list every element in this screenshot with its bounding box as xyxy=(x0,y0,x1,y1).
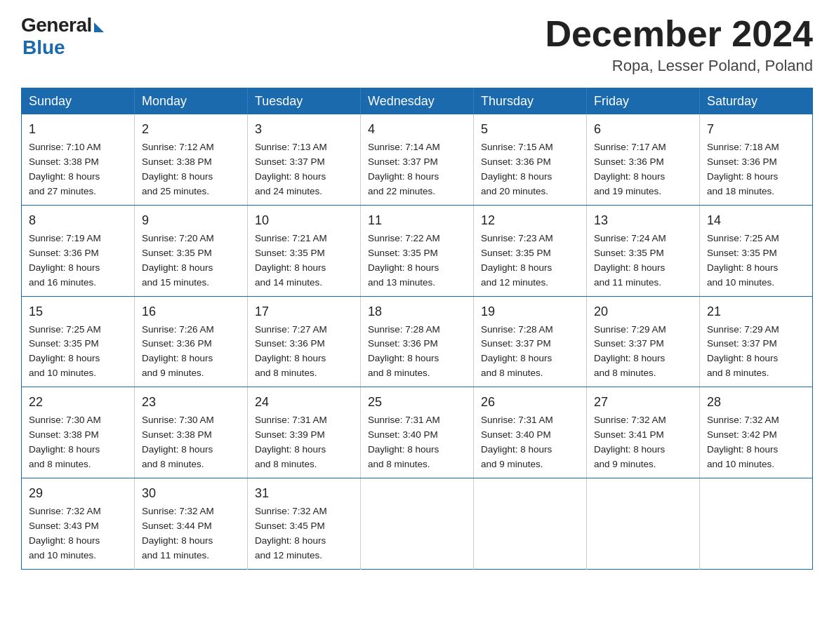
day-details: Sunrise: 7:23 AMSunset: 3:35 PMDaylight:… xyxy=(481,232,579,290)
table-row: 22Sunrise: 7:30 AMSunset: 3:38 PMDayligh… xyxy=(22,387,135,478)
day-number: 8 xyxy=(29,211,127,230)
day-number: 29 xyxy=(29,484,127,503)
day-details: Sunrise: 7:22 AMSunset: 3:35 PMDaylight:… xyxy=(368,232,466,290)
day-details: Sunrise: 7:12 AMSunset: 3:38 PMDaylight:… xyxy=(142,140,240,199)
col-friday: Friday xyxy=(587,88,700,115)
table-row: 7Sunrise: 7:18 AMSunset: 3:36 PMDaylight… xyxy=(700,114,813,205)
table-row: 30Sunrise: 7:32 AMSunset: 3:44 PMDayligh… xyxy=(135,478,248,569)
day-number: 5 xyxy=(481,120,579,139)
day-number: 30 xyxy=(142,484,240,503)
calendar-header-row: Sunday Monday Tuesday Wednesday Thursday… xyxy=(22,88,813,115)
calendar-week-row: 15Sunrise: 7:25 AMSunset: 3:35 PMDayligh… xyxy=(22,296,813,387)
table-row xyxy=(700,478,813,569)
day-number: 26 xyxy=(481,393,579,412)
table-row: 26Sunrise: 7:31 AMSunset: 3:40 PMDayligh… xyxy=(474,387,587,478)
day-number: 12 xyxy=(481,211,579,230)
calendar-week-row: 22Sunrise: 7:30 AMSunset: 3:38 PMDayligh… xyxy=(22,387,813,478)
day-number: 28 xyxy=(707,393,805,412)
table-row: 19Sunrise: 7:28 AMSunset: 3:37 PMDayligh… xyxy=(474,296,587,387)
day-number: 16 xyxy=(142,302,240,321)
day-details: Sunrise: 7:17 AMSunset: 3:36 PMDaylight:… xyxy=(594,140,692,199)
day-details: Sunrise: 7:15 AMSunset: 3:36 PMDaylight:… xyxy=(481,140,579,199)
page-header: General Blue December 2024 Ropa, Lesser … xyxy=(21,14,813,75)
day-details: Sunrise: 7:32 AMSunset: 3:41 PMDaylight:… xyxy=(594,413,692,472)
day-details: Sunrise: 7:18 AMSunset: 3:36 PMDaylight:… xyxy=(707,140,805,199)
day-details: Sunrise: 7:19 AMSunset: 3:36 PMDaylight:… xyxy=(29,232,127,290)
day-details: Sunrise: 7:31 AMSunset: 3:40 PMDaylight:… xyxy=(481,413,579,472)
day-number: 20 xyxy=(594,302,692,321)
day-details: Sunrise: 7:21 AMSunset: 3:35 PMDaylight:… xyxy=(255,232,353,290)
day-details: Sunrise: 7:31 AMSunset: 3:40 PMDaylight:… xyxy=(368,413,466,472)
table-row: 3Sunrise: 7:13 AMSunset: 3:37 PMDaylight… xyxy=(248,114,361,205)
table-row: 25Sunrise: 7:31 AMSunset: 3:40 PMDayligh… xyxy=(361,387,474,478)
table-row: 2Sunrise: 7:12 AMSunset: 3:38 PMDaylight… xyxy=(135,114,248,205)
table-row: 6Sunrise: 7:17 AMSunset: 3:36 PMDaylight… xyxy=(587,114,700,205)
table-row: 27Sunrise: 7:32 AMSunset: 3:41 PMDayligh… xyxy=(587,387,700,478)
day-details: Sunrise: 7:24 AMSunset: 3:35 PMDaylight:… xyxy=(594,232,692,290)
col-thursday: Thursday xyxy=(474,88,587,115)
col-wednesday: Wednesday xyxy=(361,88,474,115)
calendar-week-row: 1Sunrise: 7:10 AMSunset: 3:38 PMDaylight… xyxy=(22,114,813,205)
day-number: 13 xyxy=(594,211,692,230)
day-number: 6 xyxy=(594,120,692,139)
day-details: Sunrise: 7:32 AMSunset: 3:44 PMDaylight:… xyxy=(142,504,240,563)
day-details: Sunrise: 7:27 AMSunset: 3:36 PMDaylight:… xyxy=(255,323,353,382)
day-number: 17 xyxy=(255,302,353,321)
month-title: December 2024 xyxy=(545,14,813,54)
table-row xyxy=(474,478,587,569)
day-number: 2 xyxy=(142,120,240,139)
table-row xyxy=(587,478,700,569)
day-details: Sunrise: 7:14 AMSunset: 3:37 PMDaylight:… xyxy=(368,140,466,199)
logo-general-text: General xyxy=(21,14,92,36)
table-row: 17Sunrise: 7:27 AMSunset: 3:36 PMDayligh… xyxy=(248,296,361,387)
day-details: Sunrise: 7:26 AMSunset: 3:36 PMDaylight:… xyxy=(142,323,240,382)
day-number: 18 xyxy=(368,302,466,321)
day-number: 3 xyxy=(255,120,353,139)
col-sunday: Sunday xyxy=(22,88,135,115)
day-number: 21 xyxy=(707,302,805,321)
table-row: 12Sunrise: 7:23 AMSunset: 3:35 PMDayligh… xyxy=(474,205,587,296)
table-row: 29Sunrise: 7:32 AMSunset: 3:43 PMDayligh… xyxy=(22,478,135,569)
day-number: 10 xyxy=(255,211,353,230)
table-row: 1Sunrise: 7:10 AMSunset: 3:38 PMDaylight… xyxy=(22,114,135,205)
day-details: Sunrise: 7:25 AMSunset: 3:35 PMDaylight:… xyxy=(29,323,127,382)
table-row: 8Sunrise: 7:19 AMSunset: 3:36 PMDaylight… xyxy=(22,205,135,296)
day-number: 31 xyxy=(255,484,353,503)
day-number: 24 xyxy=(255,393,353,412)
day-details: Sunrise: 7:10 AMSunset: 3:38 PMDaylight:… xyxy=(29,140,127,199)
logo-arrow-icon xyxy=(94,22,104,32)
table-row: 5Sunrise: 7:15 AMSunset: 3:36 PMDaylight… xyxy=(474,114,587,205)
day-number: 19 xyxy=(481,302,579,321)
day-number: 9 xyxy=(142,211,240,230)
day-number: 11 xyxy=(368,211,466,230)
logo: General Blue xyxy=(21,14,104,59)
day-details: Sunrise: 7:32 AMSunset: 3:43 PMDaylight:… xyxy=(29,504,127,563)
day-number: 23 xyxy=(142,393,240,412)
day-details: Sunrise: 7:29 AMSunset: 3:37 PMDaylight:… xyxy=(594,323,692,382)
day-details: Sunrise: 7:30 AMSunset: 3:38 PMDaylight:… xyxy=(29,413,127,472)
day-number: 4 xyxy=(368,120,466,139)
location-subtitle: Ropa, Lesser Poland, Poland xyxy=(545,57,813,75)
table-row: 21Sunrise: 7:29 AMSunset: 3:37 PMDayligh… xyxy=(700,296,813,387)
col-saturday: Saturday xyxy=(700,88,813,115)
day-details: Sunrise: 7:29 AMSunset: 3:37 PMDaylight:… xyxy=(707,323,805,382)
table-row: 20Sunrise: 7:29 AMSunset: 3:37 PMDayligh… xyxy=(587,296,700,387)
day-details: Sunrise: 7:31 AMSunset: 3:39 PMDaylight:… xyxy=(255,413,353,472)
table-row: 9Sunrise: 7:20 AMSunset: 3:35 PMDaylight… xyxy=(135,205,248,296)
table-row: 24Sunrise: 7:31 AMSunset: 3:39 PMDayligh… xyxy=(248,387,361,478)
title-block: December 2024 Ropa, Lesser Poland, Polan… xyxy=(545,14,813,75)
day-details: Sunrise: 7:30 AMSunset: 3:38 PMDaylight:… xyxy=(142,413,240,472)
day-number: 25 xyxy=(368,393,466,412)
table-row: 13Sunrise: 7:24 AMSunset: 3:35 PMDayligh… xyxy=(587,205,700,296)
day-number: 1 xyxy=(29,120,127,139)
col-monday: Monday xyxy=(135,88,248,115)
day-details: Sunrise: 7:20 AMSunset: 3:35 PMDaylight:… xyxy=(142,232,240,290)
day-details: Sunrise: 7:28 AMSunset: 3:36 PMDaylight:… xyxy=(368,323,466,382)
table-row: 4Sunrise: 7:14 AMSunset: 3:37 PMDaylight… xyxy=(361,114,474,205)
table-row: 10Sunrise: 7:21 AMSunset: 3:35 PMDayligh… xyxy=(248,205,361,296)
table-row: 18Sunrise: 7:28 AMSunset: 3:36 PMDayligh… xyxy=(361,296,474,387)
day-details: Sunrise: 7:25 AMSunset: 3:35 PMDaylight:… xyxy=(707,232,805,290)
day-details: Sunrise: 7:32 AMSunset: 3:45 PMDaylight:… xyxy=(255,504,353,563)
day-number: 7 xyxy=(707,120,805,139)
table-row: 15Sunrise: 7:25 AMSunset: 3:35 PMDayligh… xyxy=(22,296,135,387)
